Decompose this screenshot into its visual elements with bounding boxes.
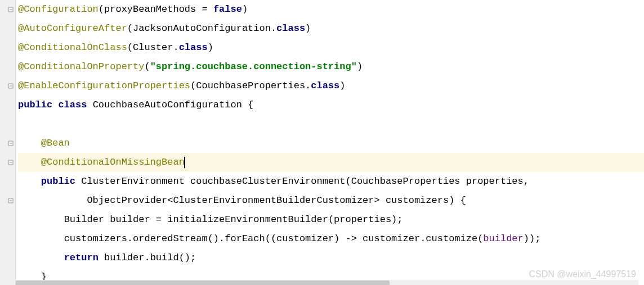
keyword-false: false — [213, 0, 242, 19]
code-line[interactable]: @EnableConfigurationProperties(Couchbase… — [18, 76, 644, 96]
lambda-param: builder — [483, 229, 523, 248]
editor-gutter — [0, 0, 16, 285]
annotation: @ConditionalOnProperty — [18, 57, 144, 76]
keyword-return: return — [64, 248, 99, 268]
fold-icon[interactable] — [7, 197, 14, 204]
paren: ) — [242, 0, 248, 19]
class-name: CouchbaseAutoConfiguration { — [87, 96, 253, 115]
code-line[interactable]: return builder.build(); — [18, 248, 644, 268]
indent — [18, 191, 87, 210]
string-literal: "spring.couchbase.connection-string" — [150, 57, 357, 76]
keyword-class: class — [179, 38, 208, 57]
keyword-class: class — [58, 96, 87, 115]
keyword-class: class — [311, 76, 339, 96]
text: (JacksonAutoConfiguration. — [127, 19, 276, 38]
paren: ) — [208, 38, 213, 57]
text: (CouchbaseProperties. — [190, 76, 311, 96]
method-signature: ClusterEnvironment couchbaseClusterEnvir… — [75, 172, 529, 191]
paren: ) — [305, 19, 311, 38]
fold-icon[interactable] — [7, 83, 14, 89]
paren: ) — [339, 76, 345, 96]
statement: customizers.orderedStream().forEach((cus… — [64, 229, 484, 248]
fold-icon[interactable] — [7, 159, 14, 166]
watermark: CSDN @weixin_44997519 — [529, 265, 636, 283]
annotation: @Configuration — [18, 0, 99, 19]
fold-icon[interactable] — [7, 6, 14, 13]
scrollbar-thumb[interactable] — [16, 281, 390, 285]
code-line[interactable]: @ConditionalOnClass(Cluster.class) — [18, 38, 644, 57]
annotation: @AutoConfigureAfter — [18, 19, 127, 38]
code-line[interactable]: @Configuration(proxyBeanMethods = false) — [18, 0, 644, 19]
code-line-current[interactable]: @ConditionalOnMissingBean — [18, 153, 644, 172]
annotation: @ConditionalOnClass — [18, 38, 127, 57]
keyword-class: class — [276, 19, 305, 38]
paren: ( — [144, 57, 150, 76]
paren: ( — [99, 0, 104, 19]
keyword-public: public — [18, 96, 52, 115]
code-line[interactable]: public ClusterEnvironment couchbaseClust… — [18, 172, 644, 191]
indent — [18, 248, 64, 268]
statement: )); — [524, 229, 541, 248]
indent — [18, 153, 41, 172]
statement: builder.build(); — [99, 248, 196, 268]
code-line[interactable]: customizers.orderedStream().forEach((cus… — [18, 229, 644, 248]
fold-icon[interactable] — [7, 140, 14, 147]
statement: Builder builder = initializeEnvironmentB… — [64, 210, 403, 229]
code-line[interactable] — [18, 115, 644, 134]
identifier: proxyBeanMethods = — [104, 0, 213, 19]
code-line[interactable]: Builder builder = initializeEnvironmentB… — [18, 210, 644, 229]
annotation: @ConditionalOnMissingBean — [41, 153, 185, 172]
keyword-public: public — [41, 172, 75, 191]
code-line[interactable]: @Bean — [18, 134, 644, 153]
text-caret — [184, 157, 185, 168]
code-editor[interactable]: @Configuration(proxyBeanMethods = false)… — [0, 0, 644, 285]
code-line[interactable]: ObjectProvider<ClusterEnvironmentBuilder… — [18, 191, 644, 210]
text: (Cluster. — [127, 38, 179, 57]
code-line[interactable]: @AutoConfigureAfter(JacksonAutoConfigura… — [18, 19, 644, 38]
code-line[interactable]: public class CouchbaseAutoConfiguration … — [18, 96, 644, 115]
code-line[interactable]: @ConditionalOnProperty("spring.couchbase… — [18, 57, 644, 76]
annotation: @EnableConfigurationProperties — [18, 76, 190, 96]
annotation: @Bean — [41, 134, 70, 153]
indent — [18, 229, 64, 248]
paren: ) — [357, 57, 363, 76]
indent — [18, 134, 41, 153]
method-params: ObjectProvider<ClusterEnvironmentBuilder… — [87, 191, 466, 210]
indent — [18, 210, 64, 229]
indent — [18, 172, 41, 191]
code-area[interactable]: @Configuration(proxyBeanMethods = false)… — [16, 0, 644, 285]
